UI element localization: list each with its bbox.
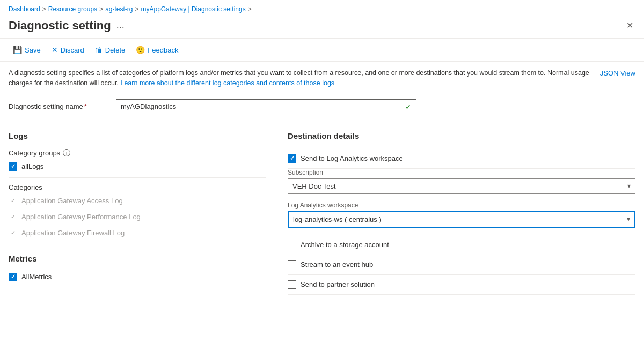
log-analytics-row: ✓ Send to Log Analytics workspace (288, 149, 635, 169)
page-more-options[interactable]: ... (116, 20, 125, 31)
name-text-input[interactable]: myAGDiagnostics ✓ (116, 99, 416, 114)
description-bar: A diagnostic setting specifies a list of… (0, 62, 644, 95)
subscription-arrow-icon: ▾ (627, 182, 631, 190)
allLogs-checkbox[interactable]: ✓ (9, 162, 17, 171)
subscription-dropdown[interactable]: VEH Doc Test ▾ (288, 178, 635, 194)
info-icon[interactable]: i (63, 149, 70, 156)
save-label: Save (25, 46, 41, 54)
event-hub-label[interactable]: Stream to an event hub (301, 260, 373, 269)
category-row-2: ✓ Application Gateway Firewall Log (9, 228, 270, 238)
metrics-section: Metrics ✓ AllMetrics (9, 250, 270, 282)
category-label-0[interactable]: Application Gateway Access Log (21, 197, 123, 205)
category-checkbox-0[interactable]: ✓ (9, 197, 17, 205)
subscription-field: Subscription VEH Doc Test ▾ (288, 169, 635, 194)
workspace-arrow-icon: ▾ (627, 215, 630, 223)
storage-checkbox[interactable] (288, 241, 296, 249)
allMetrics-checkbox[interactable]: ✓ (9, 273, 17, 281)
allLogs-checkbox-row: ✓ allLogs (9, 161, 270, 172)
category-row-1: ✓ Application Gateway Performance Log (9, 212, 270, 222)
valid-icon: ✓ (405, 102, 412, 111)
destination-section-title: Destination details (288, 131, 635, 143)
discard-button[interactable]: ✕ Discard (47, 43, 89, 57)
categories-divider (9, 244, 266, 244)
allMetrics-checkbox-row: ✓ AllMetrics (9, 272, 270, 282)
name-value: myAGDiagnostics (121, 102, 176, 110)
required-indicator: * (84, 102, 87, 110)
category-checkbox-2[interactable]: ✓ (9, 229, 17, 237)
check-mark: ✓ (11, 163, 16, 170)
logs-section-title: Logs (9, 131, 270, 143)
partner-checkbox[interactable] (288, 280, 296, 289)
form-section: Diagnostic setting name* myAGDiagnostics… (0, 95, 644, 131)
category-groups-label: Category groups i (9, 149, 270, 157)
category-checkbox-1[interactable]: ✓ (9, 213, 17, 221)
partial-mark-1: ✓ (11, 213, 16, 220)
delete-label: Delete (105, 46, 126, 54)
feedback-label: Feedback (148, 46, 178, 54)
feedback-icon: 🙂 (136, 46, 145, 54)
category-label-1[interactable]: Application Gateway Performance Log (21, 213, 141, 221)
storage-label[interactable]: Archive to a storage account (301, 241, 389, 249)
metrics-section-title: Metrics (9, 254, 270, 265)
save-icon: 💾 (13, 46, 22, 54)
workspace-field: Log Analytics workspace log-analytics-ws… (288, 202, 635, 228)
allMetrics-label[interactable]: AllMetrics (21, 273, 52, 281)
toolbar: 💾 Save ✕ Discard 🗑 Delete 🙂 Feedback (0, 39, 644, 62)
name-field-label: Diagnostic setting name* (9, 102, 116, 110)
categories-label: Categories (9, 183, 270, 191)
breadcrumb-resource-groups[interactable]: Resource groups (48, 5, 97, 13)
storage-row: Archive to a storage account (288, 235, 635, 255)
partial-mark-2: ✓ (11, 229, 16, 236)
allmetrics-check-mark: ✓ (11, 273, 16, 280)
left-column: Logs Category groups i ✓ allLogs Categor… (9, 131, 288, 295)
partner-label[interactable]: Send to partner solution (301, 280, 375, 288)
close-button[interactable]: ✕ (624, 18, 635, 33)
event-hub-row: Stream to an event hub (288, 255, 635, 275)
event-hub-checkbox[interactable] (288, 260, 296, 269)
breadcrumb-myappgateway[interactable]: myAppGateway | Diagnostic settings (141, 5, 246, 13)
category-label-2[interactable]: Application Gateway Firewall Log (21, 229, 125, 237)
workspace-dropdown[interactable]: log-analytics-ws ( centralus ) ▾ (288, 211, 635, 228)
logs-divider (9, 177, 266, 178)
name-field-row: Diagnostic setting name* myAGDiagnostics… (9, 99, 635, 114)
delete-button[interactable]: 🗑 Delete (91, 43, 130, 57)
breadcrumb-dashboard[interactable]: Dashboard (9, 5, 40, 13)
discard-icon: ✕ (52, 46, 58, 54)
category-row-0: ✓ Application Gateway Access Log (9, 196, 270, 206)
name-field-input: myAGDiagnostics ✓ (116, 99, 416, 114)
partial-mark-0: ✓ (11, 197, 16, 204)
workspace-label: Log Analytics workspace (288, 202, 635, 209)
breadcrumb-ag-test-rg[interactable]: ag-test-rg (105, 5, 133, 13)
right-column: Destination details ✓ Send to Log Analyt… (288, 131, 635, 295)
subscription-value: VEH Doc Test (292, 182, 336, 190)
page-title: Diagnostic setting (9, 19, 111, 33)
partner-row: Send to partner solution (288, 275, 635, 295)
json-view-link[interactable]: JSON View (600, 68, 635, 88)
subscription-label: Subscription (288, 169, 635, 176)
log-analytics-label[interactable]: Send to Log Analytics workspace (301, 154, 403, 162)
allLogs-label[interactable]: allLogs (21, 162, 43, 170)
feedback-button[interactable]: 🙂 Feedback (131, 43, 182, 57)
workspace-value: log-analytics-ws ( centralus ) (293, 215, 382, 223)
page-header: Diagnostic setting ... ✕ (0, 16, 644, 39)
breadcrumb: Dashboard > Resource groups > ag-test-rg… (0, 0, 644, 16)
learn-more-link[interactable]: Learn more about the different log categ… (120, 79, 334, 87)
two-column-layout: Logs Category groups i ✓ allLogs Categor… (0, 131, 644, 295)
save-button[interactable]: 💾 Save (9, 43, 45, 57)
log-analytics-check-mark: ✓ (290, 155, 295, 162)
discard-label: Discard (61, 46, 84, 54)
description-text: A diagnostic setting specifies a list of… (9, 68, 596, 88)
log-analytics-checkbox[interactable]: ✓ (288, 154, 296, 163)
delete-icon: 🗑 (95, 46, 103, 54)
